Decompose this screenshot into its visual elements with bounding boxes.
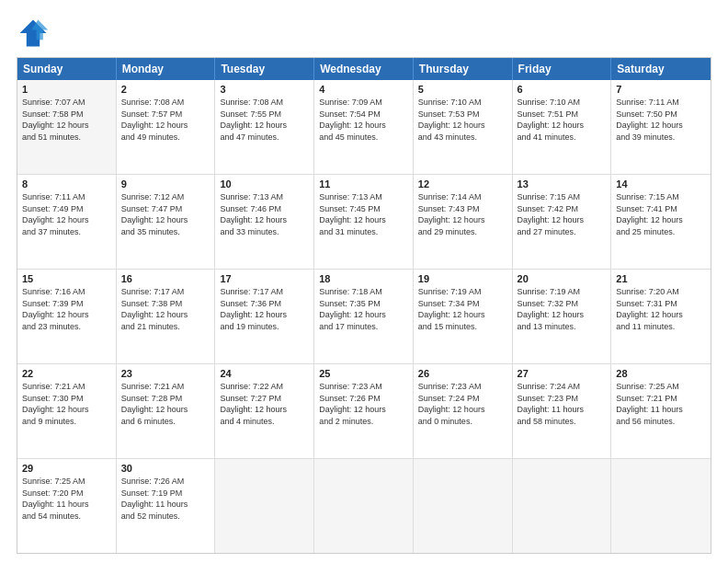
cal-cell: 11Sunrise: 7:13 AM Sunset: 7:45 PM Dayli… bbox=[314, 175, 414, 269]
cal-cell: 10Sunrise: 7:13 AM Sunset: 7:46 PM Dayli… bbox=[215, 175, 314, 269]
cell-info: Sunrise: 7:13 AM Sunset: 7:46 PM Dayligh… bbox=[220, 191, 309, 237]
day-number: 1 bbox=[22, 84, 111, 95]
day-number: 12 bbox=[418, 178, 507, 190]
day-number: 2 bbox=[121, 84, 210, 95]
day-number: 28 bbox=[616, 368, 706, 379]
header-day-thursday: Thursday bbox=[414, 58, 513, 80]
calendar-body: 1Sunrise: 7:07 AM Sunset: 7:58 PM Daylig… bbox=[17, 80, 711, 553]
cal-cell: 20Sunrise: 7:19 AM Sunset: 7:32 PM Dayli… bbox=[513, 270, 612, 363]
cell-info: Sunrise: 7:17 AM Sunset: 7:36 PM Dayligh… bbox=[220, 286, 309, 332]
cell-info: Sunrise: 7:26 AM Sunset: 7:19 PM Dayligh… bbox=[121, 476, 210, 522]
day-number: 16 bbox=[121, 273, 210, 284]
cell-info: Sunrise: 7:15 AM Sunset: 7:42 PM Dayligh… bbox=[518, 191, 607, 237]
day-number: 11 bbox=[319, 178, 408, 190]
header-day-friday: Friday bbox=[513, 58, 612, 80]
cal-cell: 14Sunrise: 7:15 AM Sunset: 7:41 PM Dayli… bbox=[611, 175, 711, 269]
cal-cell: 29Sunrise: 7:25 AM Sunset: 7:20 PM Dayli… bbox=[17, 459, 117, 553]
header-day-saturday: Saturday bbox=[611, 58, 711, 80]
cell-info: Sunrise: 7:11 AM Sunset: 7:50 PM Dayligh… bbox=[616, 97, 706, 143]
cal-cell: 24Sunrise: 7:22 AM Sunset: 7:27 PM Dayli… bbox=[215, 364, 314, 458]
cell-info: Sunrise: 7:14 AM Sunset: 7:43 PM Dayligh… bbox=[418, 191, 507, 237]
calendar-header: SundayMondayTuesdayWednesdayThursdayFrid… bbox=[17, 58, 711, 80]
cell-info: Sunrise: 7:24 AM Sunset: 7:23 PM Dayligh… bbox=[518, 381, 607, 427]
cal-cell: 27Sunrise: 7:24 AM Sunset: 7:23 PM Dayli… bbox=[513, 364, 612, 458]
day-number: 7 bbox=[616, 84, 706, 95]
cal-cell: 22Sunrise: 7:21 AM Sunset: 7:30 PM Dayli… bbox=[17, 364, 117, 458]
cal-cell: 28Sunrise: 7:25 AM Sunset: 7:21 PM Dayli… bbox=[611, 364, 711, 458]
calendar-week-2: 15Sunrise: 7:16 AM Sunset: 7:39 PM Dayli… bbox=[17, 270, 711, 364]
day-number: 15 bbox=[22, 273, 111, 284]
day-number: 29 bbox=[22, 463, 111, 474]
cell-info: Sunrise: 7:19 AM Sunset: 7:34 PM Dayligh… bbox=[418, 286, 507, 332]
cal-cell: 12Sunrise: 7:14 AM Sunset: 7:43 PM Dayli… bbox=[414, 175, 513, 269]
calendar-week-3: 22Sunrise: 7:21 AM Sunset: 7:30 PM Dayli… bbox=[17, 364, 711, 459]
header bbox=[17, 17, 711, 50]
day-number: 10 bbox=[220, 178, 309, 190]
cal-cell: 25Sunrise: 7:23 AM Sunset: 7:26 PM Dayli… bbox=[314, 364, 414, 458]
cal-cell: 4Sunrise: 7:09 AM Sunset: 7:54 PM Daylig… bbox=[314, 80, 414, 174]
cal-cell: 13Sunrise: 7:15 AM Sunset: 7:42 PM Dayli… bbox=[513, 175, 612, 269]
cal-cell: 18Sunrise: 7:18 AM Sunset: 7:35 PM Dayli… bbox=[314, 270, 414, 363]
cal-cell: 21Sunrise: 7:20 AM Sunset: 7:31 PM Dayli… bbox=[611, 270, 711, 363]
cal-cell: 26Sunrise: 7:23 AM Sunset: 7:24 PM Dayli… bbox=[414, 364, 513, 458]
cal-cell: 6Sunrise: 7:10 AM Sunset: 7:51 PM Daylig… bbox=[513, 80, 612, 174]
cal-cell: 19Sunrise: 7:19 AM Sunset: 7:34 PM Dayli… bbox=[414, 270, 513, 363]
cal-cell: 5Sunrise: 7:10 AM Sunset: 7:53 PM Daylig… bbox=[414, 80, 513, 174]
cell-info: Sunrise: 7:17 AM Sunset: 7:38 PM Dayligh… bbox=[121, 286, 210, 332]
logo bbox=[17, 17, 55, 50]
cell-info: Sunrise: 7:18 AM Sunset: 7:35 PM Dayligh… bbox=[319, 286, 408, 332]
page: SundayMondayTuesdayWednesdayThursdayFrid… bbox=[0, 0, 728, 563]
day-number: 18 bbox=[319, 273, 408, 284]
calendar-week-4: 29Sunrise: 7:25 AM Sunset: 7:20 PM Dayli… bbox=[17, 459, 711, 553]
day-number: 8 bbox=[22, 178, 111, 190]
day-number: 20 bbox=[518, 273, 607, 284]
day-number: 30 bbox=[121, 463, 210, 474]
cal-cell bbox=[611, 459, 711, 553]
cell-info: Sunrise: 7:19 AM Sunset: 7:32 PM Dayligh… bbox=[518, 286, 607, 332]
cell-info: Sunrise: 7:21 AM Sunset: 7:30 PM Dayligh… bbox=[22, 381, 111, 427]
cell-info: Sunrise: 7:10 AM Sunset: 7:53 PM Dayligh… bbox=[418, 97, 507, 143]
day-number: 6 bbox=[518, 84, 607, 95]
cal-cell: 16Sunrise: 7:17 AM Sunset: 7:38 PM Dayli… bbox=[117, 270, 216, 363]
day-number: 27 bbox=[518, 368, 607, 379]
cal-cell: 23Sunrise: 7:21 AM Sunset: 7:28 PM Dayli… bbox=[117, 364, 216, 458]
cal-cell: 1Sunrise: 7:07 AM Sunset: 7:58 PM Daylig… bbox=[17, 80, 117, 174]
day-number: 21 bbox=[616, 273, 706, 284]
cal-cell: 17Sunrise: 7:17 AM Sunset: 7:36 PM Dayli… bbox=[215, 270, 314, 363]
cell-info: Sunrise: 7:15 AM Sunset: 7:41 PM Dayligh… bbox=[616, 191, 706, 237]
cell-info: Sunrise: 7:22 AM Sunset: 7:27 PM Dayligh… bbox=[220, 381, 309, 427]
header-day-tuesday: Tuesday bbox=[215, 58, 314, 80]
cell-info: Sunrise: 7:16 AM Sunset: 7:39 PM Dayligh… bbox=[22, 286, 111, 332]
cell-info: Sunrise: 7:20 AM Sunset: 7:31 PM Dayligh… bbox=[616, 286, 706, 332]
cell-info: Sunrise: 7:23 AM Sunset: 7:24 PM Dayligh… bbox=[418, 381, 507, 427]
day-number: 22 bbox=[22, 368, 111, 379]
day-number: 9 bbox=[121, 178, 210, 190]
logo-icon bbox=[17, 17, 50, 50]
calendar-week-0: 1Sunrise: 7:07 AM Sunset: 7:58 PM Daylig… bbox=[17, 80, 711, 175]
cal-cell: 8Sunrise: 7:11 AM Sunset: 7:49 PM Daylig… bbox=[17, 175, 117, 269]
cal-cell bbox=[215, 459, 314, 553]
cal-cell bbox=[414, 459, 513, 553]
cal-cell: 3Sunrise: 7:08 AM Sunset: 7:55 PM Daylig… bbox=[215, 80, 314, 174]
day-number: 3 bbox=[220, 84, 309, 95]
day-number: 14 bbox=[616, 178, 706, 190]
header-day-wednesday: Wednesday bbox=[314, 58, 414, 80]
calendar-week-1: 8Sunrise: 7:11 AM Sunset: 7:49 PM Daylig… bbox=[17, 175, 711, 270]
cal-cell: 2Sunrise: 7:08 AM Sunset: 7:57 PM Daylig… bbox=[117, 80, 216, 174]
day-number: 23 bbox=[121, 368, 210, 379]
day-number: 24 bbox=[220, 368, 309, 379]
cell-info: Sunrise: 7:23 AM Sunset: 7:26 PM Dayligh… bbox=[319, 381, 408, 427]
cell-info: Sunrise: 7:21 AM Sunset: 7:28 PM Dayligh… bbox=[121, 381, 210, 427]
cell-info: Sunrise: 7:13 AM Sunset: 7:45 PM Dayligh… bbox=[319, 191, 408, 237]
header-day-monday: Monday bbox=[117, 58, 216, 80]
cell-info: Sunrise: 7:25 AM Sunset: 7:20 PM Dayligh… bbox=[22, 476, 111, 522]
cell-info: Sunrise: 7:09 AM Sunset: 7:54 PM Dayligh… bbox=[319, 97, 408, 143]
cal-cell: 15Sunrise: 7:16 AM Sunset: 7:39 PM Dayli… bbox=[17, 270, 117, 363]
cal-cell: 30Sunrise: 7:26 AM Sunset: 7:19 PM Dayli… bbox=[117, 459, 216, 553]
cal-cell: 9Sunrise: 7:12 AM Sunset: 7:47 PM Daylig… bbox=[117, 175, 216, 269]
cell-info: Sunrise: 7:08 AM Sunset: 7:55 PM Dayligh… bbox=[220, 97, 309, 143]
day-number: 26 bbox=[418, 368, 507, 379]
cal-cell bbox=[513, 459, 612, 553]
cell-info: Sunrise: 7:10 AM Sunset: 7:51 PM Dayligh… bbox=[518, 97, 607, 143]
cell-info: Sunrise: 7:07 AM Sunset: 7:58 PM Dayligh… bbox=[22, 97, 111, 143]
